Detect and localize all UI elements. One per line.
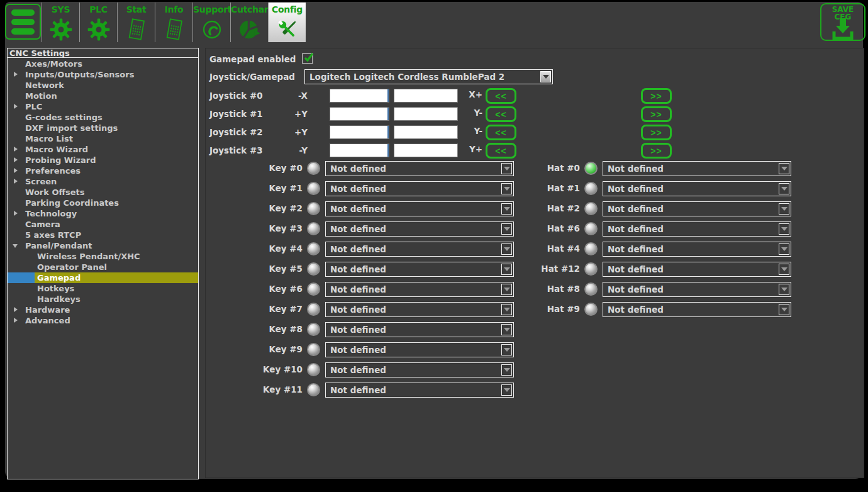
sidebar-item-work-offsets[interactable]: Work Offsets bbox=[8, 187, 198, 198]
gamepad-enabled-checkbox[interactable] bbox=[302, 53, 313, 64]
sidebar-item-gamepad[interactable]: Gamepad bbox=[8, 272, 198, 283]
tree-expand-icon[interactable] bbox=[14, 318, 18, 323]
hat-label: Hat #0 bbox=[482, 163, 580, 173]
axis-value-input-1[interactable] bbox=[330, 125, 389, 139]
sidebar-item-screen[interactable]: Screen bbox=[8, 176, 198, 187]
sidebar-item-probing-wizard[interactable]: Probing Wizard bbox=[8, 155, 198, 165]
tree-expand-icon[interactable] bbox=[14, 104, 18, 109]
chevron-down-icon bbox=[781, 267, 787, 271]
tree-expand-icon[interactable] bbox=[14, 72, 18, 77]
hat-state-led bbox=[584, 242, 598, 255]
menu-button[interactable] bbox=[5, 4, 41, 40]
sidebar-item-dxf-import-settings[interactable]: DXF import settings bbox=[8, 123, 198, 133]
tree-expand-icon[interactable] bbox=[14, 179, 18, 184]
sidebar-item-hardkeys[interactable]: Hardkeys bbox=[8, 294, 198, 305]
sidebar-item-g-codes-settings[interactable]: G-codes settings bbox=[8, 112, 198, 123]
key-action-combobox[interactable]: Not defined bbox=[325, 322, 514, 337]
combobox-dropdown-button[interactable] bbox=[779, 304, 789, 315]
sidebar-item-technology[interactable]: Technology bbox=[8, 208, 198, 219]
hat-action-combobox[interactable]: Not defined bbox=[603, 282, 791, 297]
axis-position-indicator bbox=[387, 108, 389, 120]
tree-expand-icon[interactable] bbox=[14, 307, 18, 312]
axis-negative-label: -X bbox=[271, 91, 308, 101]
assign-right-button[interactable]: >> bbox=[641, 88, 672, 104]
joystick-row: Joystick #3 -Y Y+ << >> bbox=[206, 143, 864, 158]
sidebar-item-parking-coordinates[interactable]: Parking Coordinates bbox=[8, 198, 198, 208]
combobox-dropdown-button[interactable] bbox=[779, 163, 789, 174]
tree-expand-icon[interactable] bbox=[14, 211, 18, 216]
sidebar-item-panel-pendant[interactable]: Panel/Pendant bbox=[8, 240, 198, 251]
combobox-dropdown-button[interactable] bbox=[779, 284, 789, 295]
hat-action-combobox[interactable]: Not defined bbox=[603, 302, 791, 317]
key-action-combobox[interactable]: Not defined bbox=[325, 383, 514, 398]
tab-config[interactable]: Config bbox=[268, 3, 306, 42]
hat-label: Hat #1 bbox=[482, 183, 580, 193]
combobox-dropdown-button[interactable] bbox=[501, 324, 512, 335]
tree-expand-icon[interactable] bbox=[14, 168, 18, 173]
hat-row: Hat #0 Not defined bbox=[206, 161, 864, 176]
key-row: Key #8 Not defined bbox=[206, 322, 864, 337]
combobox-dropdown-button[interactable] bbox=[779, 243, 789, 255]
combobox-dropdown-button[interactable] bbox=[779, 183, 789, 194]
joystick-label: Joystick #3 bbox=[209, 145, 263, 155]
sidebar-item-plc[interactable]: PLC bbox=[8, 101, 198, 112]
combobox-dropdown-button[interactable] bbox=[779, 264, 789, 275]
combobox-dropdown-button[interactable] bbox=[779, 223, 789, 235]
sidebar-item-inputs-outputs-sensors[interactable]: Inputs/Outputs/Sensors bbox=[8, 69, 198, 80]
combobox-dropdown-button[interactable] bbox=[501, 364, 512, 376]
combobox-dropdown-button[interactable] bbox=[779, 203, 789, 215]
joystick-label: Joystick #1 bbox=[209, 109, 263, 119]
tree-expand-icon[interactable] bbox=[13, 244, 18, 248]
sidebar-item-hardware[interactable]: Hardware bbox=[8, 305, 198, 315]
sidebar-item-operator-panel[interactable]: Operator Panel bbox=[8, 262, 198, 272]
hat-action-combobox[interactable]: Not defined bbox=[603, 201, 791, 216]
hat-action-combobox[interactable]: Not defined bbox=[603, 161, 791, 176]
tab-info[interactable]: Info bbox=[155, 3, 192, 42]
axis-value-input-1[interactable] bbox=[330, 143, 389, 157]
combobox-dropdown-button[interactable] bbox=[501, 384, 512, 396]
combobox-dropdown-button[interactable] bbox=[540, 71, 551, 82]
key-action-combobox[interactable]: Not defined bbox=[325, 362, 514, 377]
assign-left-button[interactable]: << bbox=[486, 125, 516, 140]
key-action-combobox[interactable]: Not defined bbox=[325, 342, 514, 357]
hat-state-led bbox=[584, 222, 598, 235]
assign-left-button[interactable]: << bbox=[486, 88, 516, 104]
tab-stat[interactable]: Stat bbox=[117, 3, 155, 42]
tab-sys[interactable]: SYS bbox=[42, 3, 79, 42]
sidebar-item-preferences[interactable]: Preferences bbox=[8, 165, 198, 176]
tree-expand-icon[interactable] bbox=[14, 157, 18, 162]
assign-right-button[interactable]: >> bbox=[641, 143, 672, 159]
hat-row: Hat #12 Not defined bbox=[206, 262, 864, 277]
sidebar-item-5-axes-rtcp[interactable]: 5 axes RTCP bbox=[8, 230, 198, 240]
hat-action-combobox[interactable]: Not defined bbox=[603, 242, 791, 257]
assign-right-button[interactable]: >> bbox=[641, 125, 672, 140]
hat-action-combobox[interactable]: Not defined bbox=[603, 262, 791, 277]
save-config-button[interactable]: SAVE CFG bbox=[820, 3, 865, 41]
sidebar-item-camera[interactable]: Camera bbox=[8, 219, 198, 230]
tab-cutchart[interactable]: Cutchart bbox=[230, 3, 268, 42]
combobox-dropdown-button[interactable] bbox=[501, 344, 512, 355]
sidebar-item-network[interactable]: Network bbox=[8, 80, 198, 91]
tab-plc[interactable]: PLC bbox=[79, 3, 117, 42]
assign-right-button[interactable]: >> bbox=[641, 106, 672, 122]
axis-value-input-1[interactable] bbox=[330, 107, 389, 121]
assign-left-button[interactable]: << bbox=[486, 106, 516, 122]
hat-action-combobox[interactable]: Not defined bbox=[603, 221, 791, 237]
chevron-down-icon bbox=[504, 328, 510, 332]
sidebar-item-motion[interactable]: Motion bbox=[8, 91, 198, 101]
sidebar-item-macro-list[interactable]: Macro List bbox=[8, 133, 198, 144]
sidebar-item-advanced[interactable]: Advanced bbox=[8, 315, 198, 326]
sidebar-item-macro-wizard[interactable]: Macro Wizard bbox=[8, 144, 198, 155]
hat-action-combobox[interactable]: Not defined bbox=[603, 181, 791, 196]
sidebar-item-axes-motors[interactable]: Axes/Motors bbox=[8, 59, 198, 69]
tab-support[interactable]: Support bbox=[192, 3, 230, 42]
assign-left-button[interactable]: << bbox=[486, 143, 516, 159]
axis-position-indicator bbox=[387, 144, 389, 157]
device-combobox[interactable]: Logitech Logitech Cordless RumblePad 2 bbox=[304, 69, 553, 84]
device-combobox-value: Logitech Logitech Cordless RumblePad 2 bbox=[305, 72, 539, 82]
sidebar-item-hotkeys[interactable]: Hotkeys bbox=[8, 283, 198, 294]
axis-value-input-1[interactable] bbox=[330, 89, 389, 103]
sidebar-item-wireless-pendant-xhc[interactable]: Wireless Pendant/XHC bbox=[8, 251, 198, 262]
hat-label: Hat #4 bbox=[482, 243, 580, 254]
tree-expand-icon[interactable] bbox=[14, 147, 18, 152]
